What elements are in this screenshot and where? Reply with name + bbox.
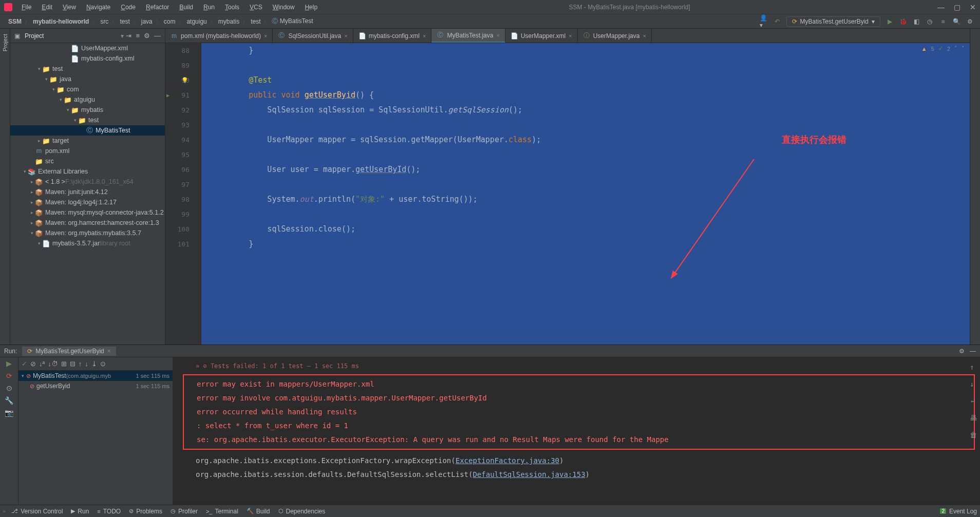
- editor-inspection-widget[interactable]: ▲5 ✓2 ˄ ˅: [921, 45, 965, 52]
- tab-close-icon[interactable]: ×: [643, 33, 646, 39]
- tab-close-icon[interactable]: ×: [496, 32, 499, 39]
- tree-row[interactable]: 📄UserMapper.xml: [10, 43, 165, 53]
- menu-build[interactable]: Build: [175, 3, 197, 12]
- editor-tab[interactable]: ⒸMyBatisTest.java×: [431, 29, 505, 43]
- gear-icon[interactable]: ⚙: [966, 17, 974, 26]
- run-tab[interactable]: ⟳ MyBatisTest.getUserByid ×: [22, 347, 116, 356]
- tree-row[interactable]: ▸📦Maven: org.hamcrest:hamcrest-core:1.3: [10, 218, 165, 228]
- coverage-icon[interactable]: ◧: [912, 17, 920, 26]
- menu-run[interactable]: Run: [199, 3, 219, 12]
- menu-navigate[interactable]: Navigate: [82, 3, 115, 12]
- tree-row[interactable]: ▾📁mybatis: [10, 105, 165, 115]
- sort-ab-icon[interactable]: ↓ª: [39, 360, 45, 368]
- stop-icon[interactable]: ■: [939, 17, 947, 26]
- status-toggle-icon[interactable]: ▫: [3, 508, 5, 515]
- select-opened-icon[interactable]: ⇥: [126, 32, 131, 40]
- tree-row[interactable]: ▾📚External Libraries: [10, 166, 165, 177]
- prev-icon[interactable]: ↑: [79, 360, 82, 368]
- breadcrumb-item[interactable]: java: [139, 18, 155, 25]
- breadcrumb-item[interactable]: test: [249, 18, 262, 25]
- editor-tab[interactable]: 📄UserMapper.xml×: [505, 29, 578, 43]
- run-config-selector[interactable]: ⟳ MyBatisTest.getUserByid ▾: [786, 16, 880, 27]
- expand-icon[interactable]: ⊞: [61, 360, 67, 368]
- toggle-auto-icon[interactable]: ⊙: [6, 384, 12, 392]
- collapse-icon[interactable]: ⊟: [70, 360, 76, 368]
- show-passed-icon[interactable]: ✓: [22, 360, 27, 368]
- breadcrumb-item[interactable]: SSM: [6, 18, 24, 25]
- tree-row[interactable]: ▾📁atguigu: [10, 94, 165, 105]
- menu-refactor[interactable]: Refactor: [142, 3, 173, 12]
- maximize-icon[interactable]: ▢: [954, 3, 960, 11]
- test-row[interactable]: ⊘getUserByid1 sec 115 ms: [18, 381, 173, 391]
- soft-wrap-icon[interactable]: ⤶: [970, 394, 977, 408]
- stack-link[interactable]: ExceptionFactory.java:30: [456, 456, 559, 465]
- tree-row[interactable]: ▾📁java: [10, 74, 165, 84]
- event-log-button[interactable]: Event Log: [949, 508, 977, 515]
- tree-row[interactable]: ▸📦Maven: mysql:mysql-connector-java:5.1.…: [10, 207, 165, 218]
- tree-row[interactable]: ▾📄mybatis-3.5.7.jar library root: [10, 238, 165, 248]
- scroll-down-icon[interactable]: ↓: [970, 377, 977, 391]
- tree-row[interactable]: ▾📁com: [10, 84, 165, 94]
- panel-gear-icon[interactable]: ⚙: [144, 32, 150, 40]
- tree-row[interactable]: ▸📁target: [10, 136, 165, 146]
- tab-close-icon[interactable]: ×: [423, 33, 426, 39]
- up-icon[interactable]: ˄: [954, 45, 957, 52]
- next-icon[interactable]: ↓: [85, 360, 88, 368]
- scroll-up-icon[interactable]: ↑: [970, 360, 977, 374]
- tree-row[interactable]: ▸📦Maven: junit:junit:4.12: [10, 187, 165, 197]
- editor-tab[interactable]: mpom.xml (mybatis-helloworld)×: [165, 29, 273, 43]
- tab-close-icon[interactable]: ×: [344, 33, 347, 39]
- tree-row[interactable]: 📁src: [10, 156, 165, 166]
- test-tree[interactable]: ▾⊘MyBatisTest (com.atguigu.myb1 sec 115 …: [18, 371, 173, 505]
- add-user-icon[interactable]: 👤▾: [760, 17, 768, 26]
- editor-tab[interactable]: ⒸSqlSessionUtil.java×: [273, 29, 353, 43]
- menu-window[interactable]: Window: [269, 3, 299, 12]
- search-icon[interactable]: 🔍: [952, 17, 960, 26]
- tree-row[interactable]: 📄mybatis-config.xml: [10, 53, 165, 64]
- status-terminal[interactable]: >_Terminal: [202, 508, 242, 515]
- close-icon[interactable]: ✕: [970, 3, 976, 11]
- clear-icon[interactable]: 🗑: [970, 428, 977, 442]
- rerun-icon[interactable]: ▶: [6, 359, 12, 368]
- expand-all-icon[interactable]: ≡: [136, 32, 140, 40]
- sort-time-icon[interactable]: ↓⏱: [48, 360, 58, 368]
- menu-tools[interactable]: Tools: [221, 3, 243, 12]
- debug-icon[interactable]: 🐞: [899, 17, 907, 26]
- breadcrumb-item[interactable]: Ⓒ MyBatisTest: [270, 17, 315, 26]
- tree-row[interactable]: ⒸMyBatisTest: [10, 125, 165, 136]
- editor-tab[interactable]: 📄mybatis-config.xml×: [353, 29, 432, 43]
- down-icon[interactable]: ˅: [962, 45, 965, 52]
- status-run[interactable]: ▶Run: [67, 508, 93, 515]
- status-todo[interactable]: ≡TODO: [93, 508, 125, 515]
- tool-hide-icon[interactable]: —: [970, 348, 976, 355]
- status-build[interactable]: 🔨Build: [242, 508, 274, 515]
- menu-help[interactable]: Help: [300, 3, 322, 12]
- status-dependencies[interactable]: ⬡Dependencies: [274, 508, 330, 515]
- tab-close-icon[interactable]: ×: [569, 33, 572, 39]
- test-row[interactable]: ▾⊘MyBatisTest (com.atguigu.myb1 sec 115 …: [18, 371, 173, 381]
- breadcrumb-item[interactable]: mybatis-helloworld: [31, 18, 91, 25]
- tab-close-icon[interactable]: ×: [107, 348, 111, 355]
- menu-file[interactable]: File: [17, 3, 35, 12]
- status-version-control[interactable]: ⎇Version Control: [7, 508, 67, 515]
- breadcrumb-item[interactable]: test: [118, 18, 131, 25]
- editor-tab[interactable]: ⒾUserMapper.java×: [578, 29, 652, 43]
- camera-icon[interactable]: 📷: [5, 409, 13, 417]
- tab-close-icon[interactable]: ×: [264, 33, 267, 39]
- menu-view[interactable]: View: [59, 3, 80, 12]
- profile-icon[interactable]: ◷: [926, 17, 934, 26]
- panel-hide-icon[interactable]: —: [154, 32, 161, 40]
- export-icon[interactable]: ⤓: [91, 360, 97, 368]
- run-icon[interactable]: ▶: [885, 17, 894, 26]
- status-problems[interactable]: ⊘Problems: [125, 508, 166, 515]
- minimize-icon[interactable]: —: [937, 3, 945, 11]
- wrench-icon[interactable]: 🔧: [5, 396, 13, 405]
- tree-row[interactable]: ▾📁test: [10, 64, 165, 74]
- console-output[interactable]: » ⊘ Tests failed: 1 of 1 test – 1 sec 11…: [173, 357, 980, 505]
- breadcrumb-item[interactable]: src: [98, 18, 110, 25]
- tree-row[interactable]: mpom.xml: [10, 146, 165, 156]
- breadcrumb-item[interactable]: com: [162, 18, 178, 25]
- project-dropdown-icon[interactable]: ▾: [121, 32, 124, 40]
- show-ignored-icon[interactable]: ⊘: [30, 360, 36, 368]
- print-icon[interactable]: 🖶: [970, 411, 977, 425]
